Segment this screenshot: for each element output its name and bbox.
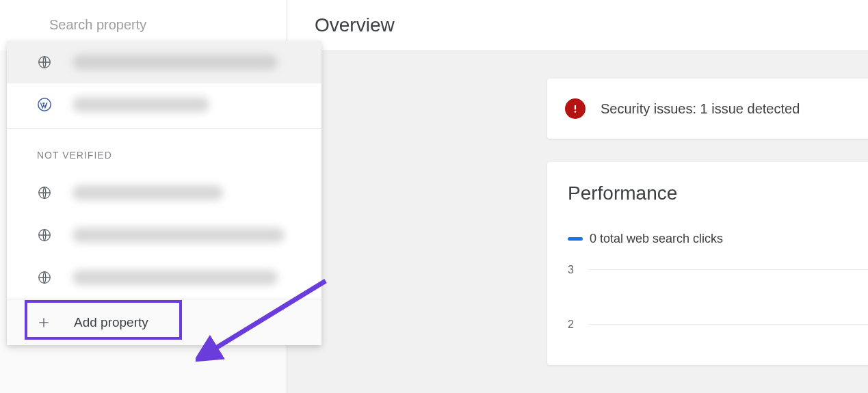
globe-icon [37, 55, 52, 70]
performance-chart: 3 2 [568, 269, 868, 351]
property-item[interactable] [7, 256, 321, 299]
property-item[interactable] [7, 41, 321, 83]
main-header: Overview [287, 0, 868, 51]
divider [7, 128, 321, 129]
plus-icon [37, 316, 51, 329]
globe-icon [37, 185, 52, 200]
performance-title: Performance [568, 182, 868, 204]
alert-icon [565, 98, 586, 119]
chart-gridline [588, 324, 868, 325]
add-property-label: Add property [74, 315, 148, 330]
search-placeholder: Search property [0, 17, 146, 33]
svg-rect-7 [575, 105, 576, 110]
y-tick-label: 3 [568, 264, 574, 276]
performance-legend: 0 total web search clicks [568, 232, 868, 246]
main-content: Security issues: 1 issue detected Perfor… [287, 51, 868, 393]
property-item[interactable] [7, 172, 321, 214]
not-verified-label: NOT VERIFIED [7, 132, 321, 172]
property-label-blurred [73, 228, 285, 243]
not-verified-property-list [7, 172, 321, 299]
globe-icon [37, 228, 52, 243]
property-item[interactable] [7, 83, 321, 126]
performance-card: Performance 0 total web search clicks 3 … [547, 162, 868, 365]
security-alert-text: Security issues: 1 issue detected [601, 101, 800, 117]
y-tick-label: 2 [568, 319, 574, 331]
property-dropdown-panel: NOT VERIFIED [7, 41, 321, 345]
property-label-blurred [73, 55, 278, 70]
svg-point-1 [38, 98, 51, 111]
svg-point-8 [575, 111, 577, 113]
main-content-area: Overview Security issues: 1 issue detect… [287, 0, 868, 393]
add-property-button[interactable]: Add property [7, 299, 321, 345]
property-label-blurred [73, 270, 278, 285]
globe-icon [37, 270, 52, 285]
chart-gridline [588, 269, 868, 270]
property-label-blurred [73, 185, 223, 200]
legend-swatch [568, 237, 583, 241]
property-label-blurred [73, 97, 209, 112]
property-item[interactable] [7, 214, 321, 256]
wordpress-icon [37, 97, 52, 112]
verified-property-list [7, 41, 321, 126]
security-alert-card[interactable]: Security issues: 1 issue detected [547, 79, 868, 139]
page-title: Overview [315, 14, 395, 36]
legend-text: 0 total web search clicks [590, 232, 723, 246]
